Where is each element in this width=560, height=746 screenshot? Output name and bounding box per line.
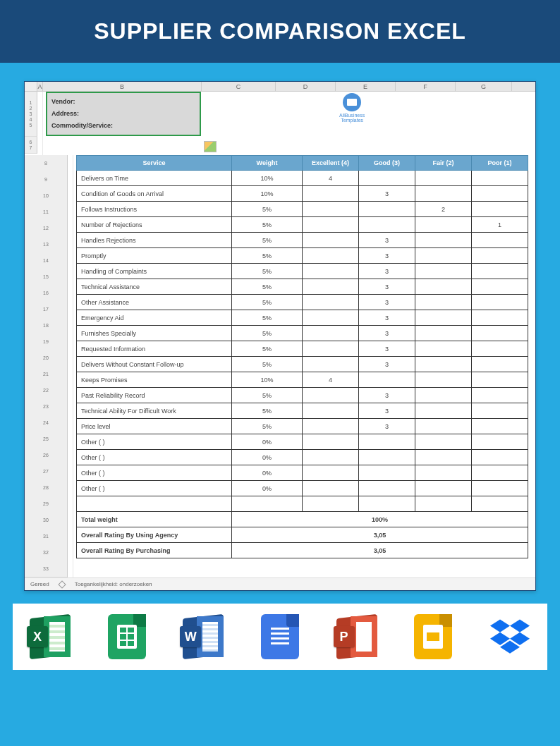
cell-excellent[interactable] <box>303 310 359 326</box>
cell-service[interactable]: Delivers Without Constant Follow-up <box>77 357 232 372</box>
cell-excellent[interactable] <box>303 357 359 372</box>
cell-excellent[interactable] <box>303 403 359 419</box>
cell-fair[interactable] <box>415 388 472 403</box>
table-row[interactable]: Delivers on Time10%4 <box>77 171 528 186</box>
cell-weight[interactable]: 5% <box>232 248 303 264</box>
col-head-g[interactable]: G <box>456 82 512 91</box>
table-row[interactable]: Number of Rejections5%1 <box>77 217 528 233</box>
cell-excellent[interactable] <box>303 341 359 357</box>
th-excellent[interactable]: Excellent (4) <box>303 156 359 171</box>
col-head-a[interactable]: A <box>37 82 43 91</box>
cell-weight[interactable]: 5% <box>232 233 303 248</box>
cell-fair[interactable] <box>415 465 472 481</box>
cell-weight[interactable]: 5% <box>232 202 303 217</box>
cell-fair[interactable] <box>415 372 472 388</box>
cell-excellent[interactable] <box>303 388 359 403</box>
cell-poor[interactable] <box>472 310 528 326</box>
cell-poor[interactable] <box>472 419 528 434</box>
cell-service[interactable]: Price level <box>77 419 232 434</box>
dropbox-icon[interactable] <box>485 612 535 661</box>
cell-fair[interactable] <box>415 341 472 357</box>
cell-weight[interactable]: 10% <box>232 171 303 186</box>
powerpoint-icon[interactable]: P <box>332 612 382 661</box>
col-head-b[interactable]: B <box>43 82 202 91</box>
cell-service[interactable]: Other Assistance <box>77 295 232 310</box>
accessibility-icon[interactable] <box>58 580 66 588</box>
col-head-e[interactable]: E <box>336 82 396 91</box>
cell-fair[interactable] <box>415 310 472 326</box>
cell-service[interactable]: Number of Rejections <box>77 217 232 233</box>
cell-weight[interactable]: 10% <box>232 372 303 388</box>
cell-weight[interactable]: 5% <box>232 326 303 341</box>
table-row[interactable]: Handles Rejections5%3 <box>77 233 528 248</box>
th-fair[interactable]: Fair (2) <box>415 156 472 171</box>
cell-fair[interactable] <box>415 434 472 450</box>
select-all-corner[interactable] <box>25 82 37 91</box>
cell-service[interactable]: Condition of Goods on Arrival <box>77 186 232 202</box>
comparison-table[interactable]: Service Weight Excellent (4) Good (3) Fa… <box>76 155 528 558</box>
row-headers-body[interactable]: 8910111213141516171819202122232425262728… <box>25 155 68 577</box>
rating-agency-label[interactable]: Overall Rating By Using Agency <box>77 527 232 543</box>
cell-good[interactable] <box>359 450 415 465</box>
cell-service[interactable]: Handles Rejections <box>77 233 232 248</box>
cell-excellent[interactable] <box>303 186 359 202</box>
th-weight[interactable]: Weight <box>232 156 303 171</box>
table-row[interactable]: Emergency Aid5%3 <box>77 310 528 326</box>
google-slides-icon[interactable] <box>408 612 458 661</box>
cell-weight[interactable]: 5% <box>232 217 303 233</box>
cell-fair[interactable]: 2 <box>415 202 472 217</box>
cell-service[interactable]: Furnishes Specially <box>77 326 232 341</box>
table-row[interactable]: Handling of Complaints5%3 <box>77 264 528 279</box>
cell-service[interactable]: Emergency Aid <box>77 310 232 326</box>
cell-poor[interactable] <box>472 264 528 279</box>
cell-weight[interactable]: 0% <box>232 481 303 496</box>
word-icon[interactable]: W <box>178 612 228 661</box>
cell-excellent[interactable]: 4 <box>303 372 359 388</box>
total-weight-label[interactable]: Total weight <box>77 512 232 527</box>
rating-purchasing-value[interactable]: 3,05 <box>232 543 528 558</box>
cell-weight[interactable]: 5% <box>232 388 303 403</box>
table-row[interactable]: Follows Instructions5%2 <box>77 202 528 217</box>
cell-fair[interactable] <box>415 279 472 295</box>
cell-weight[interactable]: 5% <box>232 279 303 295</box>
cell-excellent[interactable] <box>303 326 359 341</box>
cell-good[interactable]: 3 <box>359 279 415 295</box>
table-row[interactable]: Furnishes Specially5%3 <box>77 326 528 341</box>
cell-good[interactable]: 3 <box>359 310 415 326</box>
cell-poor[interactable] <box>472 186 528 202</box>
cell-excellent[interactable] <box>303 434 359 450</box>
cell-fair[interactable] <box>415 171 472 186</box>
table-row[interactable]: Other ( )0% <box>77 450 528 465</box>
cell-fair[interactable] <box>415 248 472 264</box>
cell-fair[interactable] <box>415 357 472 372</box>
cell-good[interactable]: 3 <box>359 388 415 403</box>
cell-poor[interactable] <box>472 295 528 310</box>
cell-weight[interactable]: 5% <box>232 295 303 310</box>
cell-good[interactable]: 3 <box>359 357 415 372</box>
cell-service[interactable]: Delivers on Time <box>77 171 232 186</box>
google-docs-icon[interactable] <box>255 612 305 661</box>
vendor-info-box[interactable]: Vendor: Address: Commodity/Service: <box>46 92 201 136</box>
table-row[interactable]: Other ( )0% <box>77 434 528 450</box>
cell-poor[interactable] <box>472 465 528 481</box>
cell-weight[interactable]: 0% <box>232 450 303 465</box>
cell-good[interactable]: 3 <box>359 419 415 434</box>
row-header-7[interactable]: 67 <box>25 137 37 154</box>
cell-good[interactable] <box>359 465 415 481</box>
col-head-f[interactable]: F <box>396 82 456 91</box>
cell-poor[interactable] <box>472 326 528 341</box>
cell-excellent[interactable] <box>303 233 359 248</box>
cell-excellent[interactable]: 4 <box>303 171 359 186</box>
cell-poor[interactable] <box>472 372 528 388</box>
table-row[interactable]: Keeps Promises10%4 <box>77 372 528 388</box>
cell-poor[interactable] <box>472 388 528 403</box>
cell-fair[interactable] <box>415 264 472 279</box>
google-sheets-icon[interactable] <box>102 612 152 661</box>
total-weight-value[interactable]: 100% <box>232 512 528 527</box>
cell-weight[interactable]: 10% <box>232 186 303 202</box>
cell-service[interactable]: Follows Instructions <box>77 202 232 217</box>
cell-weight[interactable]: 0% <box>232 434 303 450</box>
cell-good[interactable]: 3 <box>359 295 415 310</box>
cell-service[interactable]: Other ( ) <box>77 465 232 481</box>
cell-good[interactable]: 3 <box>359 264 415 279</box>
